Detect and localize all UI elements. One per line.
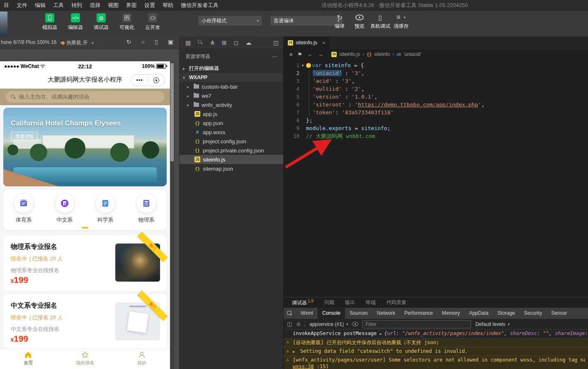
code-line[interactable]: 7 'token': '83a5733403f118'	[284, 109, 588, 116]
activity-card-physics[interactable]: 物理系专业报名 报名中 | 已报名 20 人 物理系专业在线报名 ¥ 199 热…	[3, 235, 167, 291]
files-icon[interactable]: ▤	[185, 39, 191, 46]
code-area[interactable]: 1 ▾ var siteinfo = { 2 'uniacid' : '3', …	[284, 60, 588, 297]
tree-item-we7[interactable]: ▸ we7	[180, 91, 284, 100]
multi-window-icon[interactable]: ▣	[168, 39, 173, 45]
log-levels-select[interactable]: Default levels ▾	[475, 321, 510, 327]
execution-context-select[interactable]: appservice (#1) ▾	[309, 321, 348, 327]
hot-reload-toggle[interactable]: 热重载 开 ▾	[61, 39, 94, 46]
menu-item-view[interactable]: 视图	[104, 0, 122, 11]
devtools-tab-sensor[interactable]: Sensor	[547, 308, 571, 319]
console-sidebar-icon[interactable]: ◫	[287, 321, 292, 327]
menu-item-edit[interactable]: 编辑	[31, 0, 49, 11]
category-chinese[interactable]: 中文系	[44, 190, 85, 230]
simulator-toggle-button[interactable]: 模拟器	[40, 13, 60, 31]
editor-toggle-button[interactable]: </> 编辑器	[66, 13, 85, 31]
devtools-tab-network[interactable]: Network	[372, 308, 400, 319]
code-line[interactable]: 1 ▾ var siteinfo = {	[284, 61, 588, 69]
menu-item-settings[interactable]: 设置	[141, 0, 159, 11]
code-line[interactable]: 6 'siteroot' : 'https://demo.ttbobo.com/…	[284, 101, 588, 109]
source-link[interactable]: wxss:38	[293, 364, 314, 369]
tree-item-siteinfo-js[interactable]: siteinfo.js	[180, 155, 284, 164]
menu-item-project[interactable]: 目	[0, 0, 13, 11]
tab-code-quality[interactable]: 代码质量	[386, 299, 406, 306]
breadcrumb-symbol[interactable]: siteinfo	[374, 51, 390, 57]
fold-icon[interactable]: ▾	[299, 63, 306, 68]
menu-item-interface[interactable]: 界面	[122, 0, 141, 11]
mode-select[interactable]: 小程序模式 ▾	[198, 16, 262, 26]
devtools-tab-wxml[interactable]: Wxml	[296, 308, 318, 319]
git-branch-icon[interactable]: ⋔	[210, 39, 215, 46]
compile-button[interactable]: ↻ 编译	[330, 13, 349, 30]
tree-item-app-js[interactable]: app.js	[180, 109, 284, 118]
debugger-toggle-button[interactable]: 调试器	[91, 13, 111, 31]
tab-problems[interactable]: 问题	[324, 299, 334, 306]
category-science[interactable]: 科学系	[85, 190, 126, 230]
code-line[interactable]: 2 'uniacid' : '3',	[284, 69, 588, 77]
code-line[interactable]: 8 };	[284, 116, 588, 124]
devtools-tab-sources[interactable]: Sources	[345, 308, 372, 319]
extensions-icon[interactable]: ⊞	[222, 39, 227, 46]
tab-terminal[interactable]: 终端	[366, 299, 376, 306]
record-icon[interactable]: ○	[141, 39, 145, 45]
clear-console-icon[interactable]: ⊘	[296, 321, 301, 327]
menu-item-tools[interactable]: 工具	[49, 0, 68, 11]
tab-my-registrations[interactable]: 我的报名	[57, 349, 114, 369]
close-tab-icon[interactable]: ×	[322, 40, 326, 46]
back-icon[interactable]: ←	[307, 51, 313, 58]
close-miniprogram-button[interactable]	[148, 77, 165, 83]
category-physics[interactable]: 物理系	[126, 190, 167, 230]
visual-tool-button[interactable]: 可视化	[117, 13, 137, 31]
devtools-tab-storage[interactable]: Storage	[493, 308, 520, 319]
banner-detail-button[interactable]: 查看详情	[11, 132, 38, 141]
lightbulb-icon[interactable]	[306, 63, 311, 68]
tree-item-wnfx-activity[interactable]: ▸ wnfx_activity	[180, 100, 284, 109]
devtools-tab-memory[interactable]: Memory	[437, 308, 464, 319]
more-menu-button[interactable]: •••	[131, 78, 148, 82]
menu-item-file[interactable]: 文件	[13, 0, 31, 11]
cloud-dev-button[interactable]: 云开发	[143, 13, 163, 31]
device-debug-button[interactable]: ▯ 真机调试	[370, 13, 390, 30]
code-line[interactable]: 10 // 大鹏源码网 wobbt.com	[284, 132, 588, 140]
menu-item-goto[interactable]: 转到	[68, 0, 86, 11]
forward-icon[interactable]: →	[318, 51, 323, 58]
tab-debugger[interactable]: 调试器1,9	[292, 299, 313, 306]
tree-item-app-json[interactable]: app.json	[180, 118, 284, 128]
tree-item-app-wxss[interactable]: app.wxss	[180, 128, 284, 137]
bookmark-icon[interactable]: ⚑	[298, 51, 303, 58]
menu-item-devtools[interactable]: 微信开发者工具	[177, 0, 222, 11]
console-filter-input[interactable]	[362, 320, 471, 328]
simulator-scrollbar[interactable]	[170, 61, 174, 369]
more-actions-icon[interactable]: ⋯	[272, 51, 278, 61]
tree-item-project-config[interactable]: project.config.json	[180, 137, 284, 146]
rotate-icon[interactable]: ↻	[126, 39, 131, 45]
device-selector[interactable]: hone 6/7/8 Plus 100% 16 ▾	[1, 39, 62, 45]
cloud-sync-icon[interactable]: ☁	[245, 39, 251, 46]
breadcrumb-file[interactable]: siteinfo.js	[339, 51, 360, 57]
category-sports[interactable]: 体育系	[3, 190, 44, 230]
tree-item-custom-tab-bar[interactable]: ▸ custom-tab-bar	[180, 82, 284, 91]
live-expression-eye-icon[interactable]	[352, 322, 358, 326]
devtools-tab-performance[interactable]: Performance	[400, 308, 437, 319]
devtools-tab-appdata[interactable]: AppData	[464, 308, 493, 319]
menu-item-help[interactable]: 帮助	[159, 0, 177, 11]
open-editors-section[interactable]: ▸ 打开的编辑器	[180, 64, 284, 73]
tree-item-project-private-config[interactable]: project.private.config.json	[180, 146, 284, 155]
tab-output[interactable]: 输出	[345, 299, 355, 306]
code-line[interactable]: 4 'multiid' : '2',	[284, 85, 588, 93]
banner-carousel[interactable]: California Hotel Champs Elysees 查看详情	[3, 108, 167, 186]
file-icon[interactable]: ◻	[234, 39, 239, 46]
search-icon[interactable]	[198, 39, 203, 46]
devtools-tab-security[interactable]: Security	[520, 308, 547, 319]
tab-home[interactable]: 首页	[0, 349, 57, 369]
tree-item-sitemap-json[interactable]: sitemap.json	[180, 164, 284, 173]
activity-card-chinese[interactable]: 中文系专业报名 报名中 | 已报名 20 人 中文系专业在线报名 ¥ 199 热…	[3, 294, 167, 349]
phone-frame-icon[interactable]: ▯	[155, 39, 158, 45]
panel-layout-icon[interactable]: ◫	[273, 39, 279, 46]
outline-icon[interactable]: ≡	[289, 51, 293, 58]
code-line[interactable]: 3 'acid' : '3',	[284, 77, 588, 85]
inspect-element-icon[interactable]	[284, 308, 296, 319]
menu-item-select[interactable]: 选择	[86, 0, 104, 11]
tab-siteinfo-js[interactable]: JS siteinfo.js ×	[284, 36, 330, 49]
breadcrumb-property[interactable]: 'uniacid'	[403, 51, 421, 57]
expand-icon[interactable]: ▶	[293, 350, 295, 354]
